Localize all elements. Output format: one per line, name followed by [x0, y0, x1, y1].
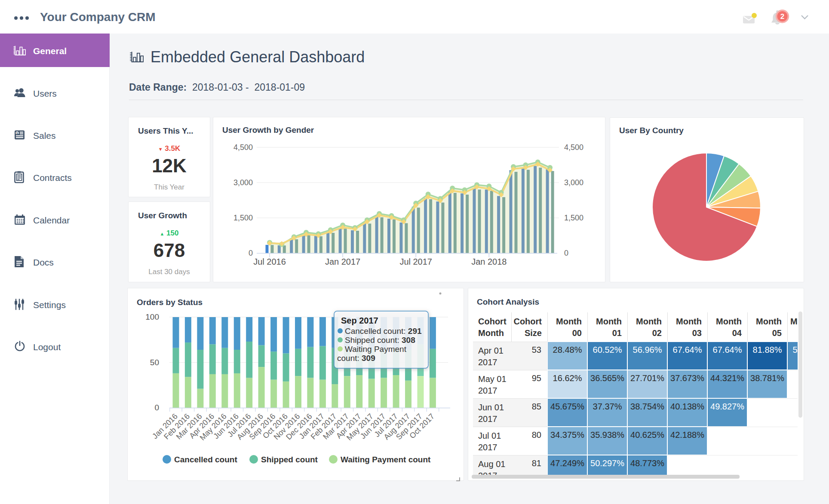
svg-text:Cancelled count: Cancelled count: [174, 455, 237, 464]
svg-text:Cancelled count: 291: Cancelled count: 291: [345, 327, 422, 336]
svg-text:Waiting Payment count: Waiting Payment count: [341, 455, 431, 464]
svg-text:Waiting Payment: Waiting Payment: [345, 345, 407, 354]
svg-text:100: 100: [145, 312, 159, 321]
svg-text:Jul 2017: Jul 2017: [399, 257, 432, 266]
svg-text:1,500: 1,500: [233, 214, 253, 222]
svg-text:0: 0: [154, 403, 159, 412]
svg-text:Shipped count: Shipped count: [261, 455, 318, 464]
svg-text:Sep 2017: Sep 2017: [341, 316, 378, 325]
svg-text:0: 0: [564, 249, 568, 257]
svg-text:50: 50: [150, 358, 159, 367]
svg-text:Jan 2017: Jan 2017: [325, 257, 360, 266]
svg-text:1,500: 1,500: [564, 214, 583, 222]
svg-text:Jan 2018: Jan 2018: [471, 257, 507, 266]
svg-text:2: 2: [780, 12, 784, 21]
svg-text:count: 309: count: 309: [337, 354, 375, 363]
svg-text:0: 0: [249, 249, 253, 257]
svg-text:3,000: 3,000: [233, 178, 253, 187]
svg-text:$: $: [16, 131, 18, 135]
svg-text:4,500: 4,500: [233, 143, 253, 152]
svg-text:Shipped count: 308: Shipped count: 308: [345, 336, 415, 345]
svg-text:Jul 2016: Jul 2016: [253, 257, 286, 266]
svg-text:3,000: 3,000: [564, 178, 583, 187]
svg-text:4,500: 4,500: [564, 143, 583, 152]
